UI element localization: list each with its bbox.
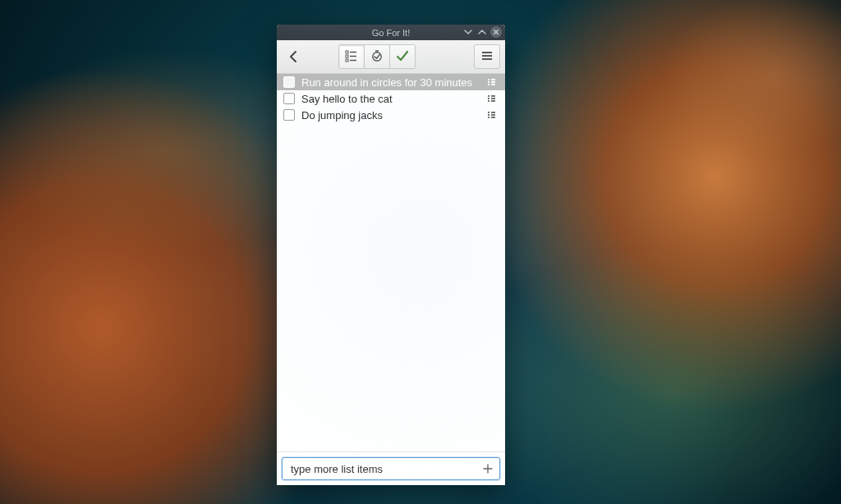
add-task-input[interactable]: [289, 462, 481, 476]
toolbar: [277, 40, 505, 74]
task-row[interactable]: Say hello to the cat: [277, 90, 505, 107]
svg-rect-23: [488, 112, 489, 113]
back-button[interactable]: [282, 45, 306, 68]
task-list[interactable]: Run around in circles for 30 minutes Say…: [277, 74, 505, 451]
close-window-icon[interactable]: [490, 26, 502, 38]
task-checkbox[interactable]: [283, 76, 295, 88]
task-row[interactable]: Do jumping jacks: [277, 107, 505, 123]
svg-rect-0: [346, 51, 348, 53]
svg-rect-28: [491, 117, 495, 118]
dropdown-window-icon[interactable]: [462, 27, 473, 38]
svg-rect-2: [346, 55, 348, 57]
svg-rect-25: [488, 114, 489, 116]
tab-timer[interactable]: [365, 44, 390, 69]
list-icon: [345, 49, 358, 65]
svg-rect-20: [491, 98, 495, 99]
task-row[interactable]: Run around in circles for 30 minutes: [277, 74, 505, 90]
menu-button[interactable]: [474, 44, 500, 69]
titlebar[interactable]: Go For It!: [277, 25, 505, 40]
svg-rect-13: [488, 81, 489, 83]
tab-todo[interactable]: [338, 44, 365, 69]
timer-icon: [370, 49, 384, 65]
svg-rect-24: [491, 112, 495, 113]
svg-rect-27: [488, 117, 489, 118]
tab-done[interactable]: [390, 44, 416, 69]
view-switcher: [338, 44, 416, 69]
app-window: Go For It!: [277, 25, 505, 485]
svg-rect-26: [491, 114, 495, 116]
desktop-background: Go For It!: [0, 0, 841, 504]
drag-handle-icon[interactable]: [487, 110, 499, 120]
input-bar: [277, 451, 505, 485]
window-title: Go For It!: [372, 28, 410, 38]
svg-rect-14: [491, 81, 495, 83]
svg-rect-21: [488, 100, 489, 102]
window-buttons: [462, 26, 502, 38]
task-label: Say hello to the cat: [301, 93, 480, 105]
add-task-field[interactable]: [282, 457, 500, 480]
drag-handle-icon[interactable]: [487, 94, 499, 103]
maximize-window-icon[interactable]: [476, 27, 487, 38]
svg-rect-22: [491, 100, 495, 102]
svg-rect-19: [488, 98, 489, 99]
svg-rect-15: [488, 84, 489, 85]
svg-rect-16: [491, 84, 495, 85]
svg-rect-18: [491, 95, 495, 97]
hamburger-icon: [480, 50, 494, 64]
svg-rect-12: [491, 79, 495, 80]
svg-rect-17: [488, 95, 489, 97]
drag-handle-icon[interactable]: [487, 77, 499, 87]
task-checkbox[interactable]: [283, 109, 295, 121]
add-task-plus-icon[interactable]: [481, 462, 494, 475]
check-icon: [396, 49, 409, 65]
svg-rect-11: [488, 79, 489, 80]
task-label: Do jumping jacks: [301, 109, 480, 121]
svg-rect-4: [346, 59, 348, 62]
task-label: Run around in circles for 30 minutes: [301, 76, 480, 89]
task-checkbox[interactable]: [283, 93, 295, 104]
